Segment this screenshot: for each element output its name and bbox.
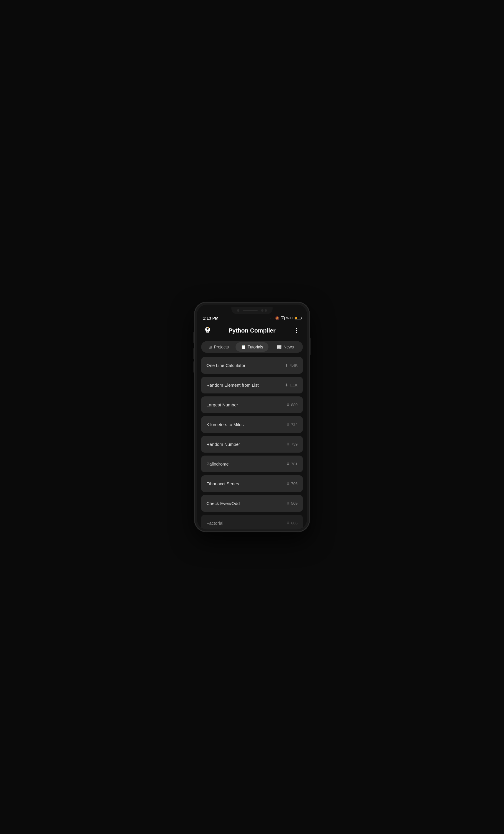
download-icon: ⬇: [287, 402, 290, 407]
phone-device: 1:13 PM ··· 🔕 ✕ WiFi 37 Python Compile: [194, 302, 310, 532]
download-icon: ⬇: [287, 481, 290, 486]
list-item[interactable]: Factorial ⬇ 606: [201, 515, 303, 529]
count-value: 4.4K: [290, 363, 298, 368]
item-title: Palindrome: [206, 461, 229, 466]
count-value: 509: [291, 501, 298, 506]
item-title: Largest Number: [206, 402, 238, 407]
item-count: ⬇ 724: [287, 422, 298, 427]
list-item[interactable]: Largest Number ⬇ 889: [201, 396, 303, 413]
sim-icon: ✕: [281, 316, 284, 320]
wifi-icon: WiFi: [286, 316, 293, 320]
app-header: Python Compiler: [197, 322, 307, 339]
notch-area: [197, 305, 307, 314]
item-title: Random Number: [206, 442, 240, 447]
download-icon: ⬇: [287, 462, 290, 466]
tab-news[interactable]: 📰 News: [269, 342, 302, 352]
more-vert-icon: [296, 328, 297, 333]
count-value: 1.1K: [290, 383, 298, 387]
item-title: Kilometers to Miles: [206, 422, 244, 427]
item-count: ⬇ 509: [287, 501, 298, 506]
tabs-bar: ⊞ Projects 📋 Tutorials 📰 News: [201, 341, 303, 353]
list-item[interactable]: Random Element from List ⬇ 1.1K: [201, 377, 303, 393]
item-count: ⬇ 781: [287, 462, 298, 466]
tab-projects[interactable]: ⊞ Projects: [202, 342, 235, 352]
newspaper-icon: 📰: [277, 345, 282, 349]
bulb-button[interactable]: [202, 325, 213, 336]
status-icons: ··· 🔕 ✕ WiFi 37: [271, 316, 301, 320]
tab-tutorials[interactable]: 📋 Tutorials: [235, 342, 268, 352]
tab-news-label: News: [283, 345, 294, 349]
item-count: ⬇ 606: [287, 521, 298, 525]
item-title: Factorial: [206, 521, 224, 526]
notch: [231, 307, 273, 314]
download-icon: ⬇: [285, 363, 288, 368]
notch-sensors: [237, 309, 239, 312]
count-value: 606: [291, 521, 298, 525]
status-time: 1:13 PM: [203, 316, 219, 321]
tab-projects-label: Projects: [214, 345, 229, 349]
main-content[interactable]: ⊞ Projects 📋 Tutorials 📰 News One Line C…: [197, 339, 307, 529]
count-value: 781: [291, 462, 298, 466]
battery-icon: 37: [295, 317, 301, 320]
speaker: [243, 310, 258, 311]
lightbulb-icon: [204, 326, 212, 335]
download-icon: ⬇: [287, 501, 290, 506]
item-count: ⬇ 706: [287, 481, 298, 486]
download-icon: ⬇: [287, 442, 290, 446]
count-value: 739: [291, 442, 298, 446]
item-title: One Line Calculator: [206, 363, 246, 368]
count-value: 889: [291, 402, 298, 407]
status-bar: 1:13 PM ··· 🔕 ✕ WiFi 37: [197, 314, 307, 322]
notch-dot-3: [265, 309, 267, 312]
book-icon: 📋: [241, 345, 246, 349]
list-item[interactable]: One Line Calculator ⬇ 4.4K: [201, 357, 303, 374]
mute-icon: 🔕: [275, 316, 279, 320]
svg-point-0: [208, 327, 209, 328]
battery-text: 37: [297, 317, 299, 319]
item-count: ⬇ 4.4K: [285, 363, 298, 368]
item-count: ⬇ 739: [287, 442, 298, 446]
notch-dot-1: [237, 309, 239, 312]
notch-dot-2: [261, 309, 264, 312]
download-icon: ⬇: [287, 521, 290, 525]
list-item[interactable]: Check Even/Odd ⬇ 509: [201, 495, 303, 512]
grid-icon: ⊞: [208, 345, 212, 349]
download-icon: ⬇: [285, 383, 288, 387]
notch-sensors-right: [261, 309, 267, 312]
signal-dots-icon: ···: [271, 317, 274, 320]
item-title: Fibonacci Series: [206, 481, 239, 486]
download-icon: ⬇: [287, 422, 290, 427]
count-value: 706: [291, 481, 298, 486]
item-title: Random Element from List: [206, 382, 259, 388]
phone-screen: 1:13 PM ··· 🔕 ✕ WiFi 37 Python Compile: [197, 305, 307, 529]
item-title: Check Even/Odd: [206, 501, 239, 506]
count-value: 724: [291, 422, 298, 427]
list-item[interactable]: Palindrome ⬇ 781: [201, 456, 303, 472]
list-item[interactable]: Kilometers to Miles ⬇ 724: [201, 416, 303, 433]
list-item[interactable]: Random Number ⬇ 739: [201, 436, 303, 453]
item-count: ⬇ 1.1K: [285, 383, 298, 387]
menu-button[interactable]: [291, 325, 302, 336]
item-count: ⬇ 889: [287, 402, 298, 407]
list-item[interactable]: Fibonacci Series ⬇ 706: [201, 475, 303, 492]
tab-tutorials-label: Tutorials: [248, 345, 263, 349]
app-title: Python Compiler: [213, 327, 291, 334]
